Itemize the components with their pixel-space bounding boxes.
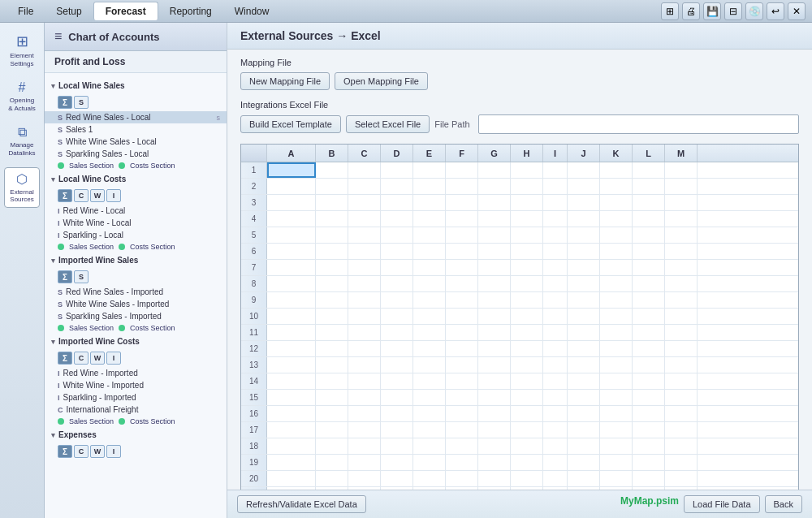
cell-17-E[interactable] <box>413 422 446 438</box>
cell-1-I[interactable] <box>543 162 568 178</box>
cell-5-A[interactable] <box>267 227 316 243</box>
cell-17-G[interactable] <box>478 422 511 438</box>
toolbar-floppy-icon[interactable]: 💿 <box>745 2 763 20</box>
cell-5-G[interactable] <box>478 227 511 243</box>
cell-1-K[interactable] <box>600 162 633 178</box>
cell-15-F[interactable] <box>446 390 478 405</box>
cell-6-A[interactable] <box>267 244 316 259</box>
toolbar-table-icon[interactable]: ⊟ <box>724 2 742 20</box>
cell-4-G[interactable] <box>478 211 511 227</box>
cell-1-M[interactable] <box>665 162 698 178</box>
cell-11-H[interactable] <box>511 325 543 340</box>
cell-18-A[interactable] <box>267 438 316 454</box>
cell-11-G[interactable] <box>478 325 511 340</box>
cell-1-E[interactable] <box>413 162 446 178</box>
cell-16-C[interactable] <box>348 406 381 421</box>
cell-16-A[interactable] <box>267 406 316 421</box>
cell-17-J[interactable] <box>568 422 600 438</box>
cell-14-J[interactable] <box>568 373 600 389</box>
cell-13-E[interactable] <box>413 357 446 373</box>
cell-14-L[interactable] <box>633 373 665 389</box>
cell-6-K[interactable] <box>600 244 633 259</box>
cell-18-M[interactable] <box>665 438 698 454</box>
cell-7-D[interactable] <box>381 260 413 275</box>
cell-10-G[interactable] <box>478 309 511 324</box>
cell-6-I[interactable] <box>543 244 568 259</box>
cell-5-E[interactable] <box>413 227 446 243</box>
cell-11-A[interactable] <box>267 325 316 340</box>
cell-7-I[interactable] <box>543 260 568 275</box>
cell-19-I[interactable] <box>543 455 568 470</box>
cell-8-F[interactable] <box>446 276 478 291</box>
cell-5-I[interactable] <box>543 227 568 243</box>
cell-3-C[interactable] <box>348 195 381 210</box>
cell-12-M[interactable] <box>665 341 698 356</box>
cell-3-M[interactable] <box>665 195 698 210</box>
menu-file[interactable]: File <box>6 2 45 20</box>
cell-20-C[interactable] <box>348 471 381 486</box>
cell-20-F[interactable] <box>446 471 478 486</box>
cell-19-C[interactable] <box>348 455 381 470</box>
cell-8-G[interactable] <box>478 276 511 291</box>
cell-19-B[interactable] <box>316 455 348 470</box>
cell-12-C[interactable] <box>348 341 381 356</box>
menu-forecast[interactable]: Forecast <box>93 2 158 20</box>
cell-13-G[interactable] <box>478 357 511 373</box>
cell-7-G[interactable] <box>478 260 511 275</box>
cell-17-M[interactable] <box>665 422 698 438</box>
cell-19-J[interactable] <box>568 455 600 470</box>
cell-9-D[interactable] <box>381 292 413 308</box>
cell-12-B[interactable] <box>316 341 348 356</box>
cell-12-F[interactable] <box>446 341 478 356</box>
cell-13-H[interactable] <box>511 357 543 373</box>
cell-1-D[interactable] <box>381 162 413 178</box>
cell-1-L[interactable] <box>633 162 665 178</box>
cell-6-M[interactable] <box>665 244 698 259</box>
sidebar-item-element-settings[interactable]: ⊞ ElementSettings <box>4 29 40 71</box>
cell-3-B[interactable] <box>316 195 348 210</box>
account-red-wine-local[interactable]: I Red Wine - Local <box>45 205 227 217</box>
cell-9-M[interactable] <box>665 292 698 308</box>
back-button[interactable]: Back <box>765 495 802 513</box>
account-sparkling-local[interactable]: I Sparkling - Local <box>45 229 227 241</box>
cell-20-G[interactable] <box>478 471 511 486</box>
cell-2-F[interactable] <box>446 179 478 194</box>
cell-19-D[interactable] <box>381 455 413 470</box>
cell-10-C[interactable] <box>348 309 381 324</box>
load-file-data-button[interactable]: Load File Data <box>684 495 760 513</box>
hamburger-icon[interactable]: ≡ <box>54 29 62 44</box>
cell-3-A[interactable] <box>267 195 316 210</box>
toolbar-save-icon[interactable]: 💾 <box>703 2 721 20</box>
cell-3-K[interactable] <box>600 195 633 210</box>
cell-16-J[interactable] <box>568 406 600 421</box>
cell-16-L[interactable] <box>633 406 665 421</box>
cell-3-H[interactable] <box>511 195 543 210</box>
cell-7-L[interactable] <box>633 260 665 275</box>
cell-10-I[interactable] <box>543 309 568 324</box>
cell-20-B[interactable] <box>316 471 348 486</box>
select-excel-file-button[interactable]: Select Excel File <box>346 115 430 133</box>
cell-8-B[interactable] <box>316 276 348 291</box>
cell-14-I[interactable] <box>543 373 568 389</box>
account-sparkling-imported[interactable]: I Sparkling - Imported <box>45 391 227 404</box>
cell-6-C[interactable] <box>348 244 381 259</box>
cell-13-K[interactable] <box>600 357 633 373</box>
cell-13-F[interactable] <box>446 357 478 373</box>
cell-3-D[interactable] <box>381 195 413 210</box>
cell-2-G[interactable] <box>478 179 511 194</box>
cell-11-J[interactable] <box>568 325 600 340</box>
cell-13-L[interactable] <box>633 357 665 373</box>
cell-17-I[interactable] <box>543 422 568 438</box>
cell-17-F[interactable] <box>446 422 478 438</box>
cell-2-K[interactable] <box>600 179 633 194</box>
cell-11-D[interactable] <box>381 325 413 340</box>
cell-11-L[interactable] <box>633 325 665 340</box>
cell-9-H[interactable] <box>511 292 543 308</box>
cell-8-E[interactable] <box>413 276 446 291</box>
cell-14-F[interactable] <box>446 373 478 389</box>
section-local-wine-sales[interactable]: ▾ Local Wine Sales <box>45 78 227 93</box>
cell-4-E[interactable] <box>413 211 446 227</box>
cell-9-I[interactable] <box>543 292 568 308</box>
cell-9-J[interactable] <box>568 292 600 308</box>
cell-5-F[interactable] <box>446 227 478 243</box>
